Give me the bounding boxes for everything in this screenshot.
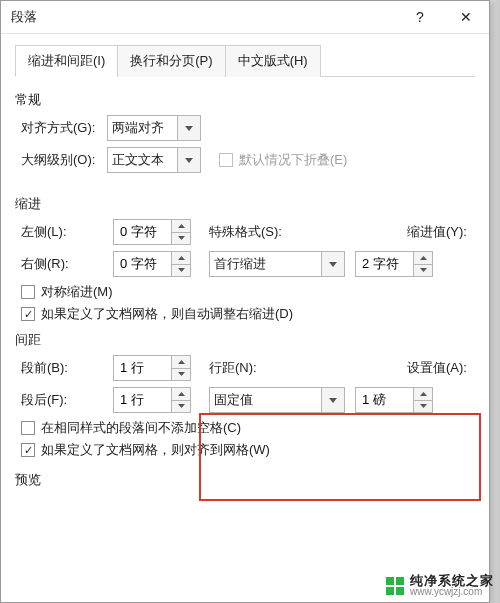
auto-adjust-grid-label: 如果定义了文档网格，则自动调整右缩进(D) [41, 305, 293, 323]
tab-label: 中文版式(H) [238, 53, 308, 68]
titlebar: 段落 ? ✕ [1, 1, 489, 34]
alignment-value: 两端对齐 [112, 119, 164, 137]
at-value[interactable] [360, 392, 412, 409]
space-after-spinner[interactable] [113, 387, 191, 413]
snap-to-grid-label: 如果定义了文档网格，则对齐到网格(W) [41, 441, 270, 459]
indent-right-spinner[interactable] [113, 251, 191, 277]
checkbox-checked-icon [21, 443, 35, 457]
spinner-up-icon[interactable] [172, 252, 190, 264]
help-button[interactable]: ? [397, 1, 443, 33]
close-button[interactable]: ✕ [443, 1, 489, 33]
chevron-down-icon [177, 148, 200, 172]
tab-asian-typography[interactable]: 中文版式(H) [225, 45, 321, 77]
section-general: 常规 [15, 91, 475, 109]
mirror-indent-label: 对称缩进(M) [41, 283, 113, 301]
tab-label: 换行和分页(P) [130, 53, 212, 68]
tab-label: 缩进和间距(I) [28, 53, 105, 68]
collapse-label: 默认情况下折叠(E) [239, 151, 347, 169]
paragraph-dialog: 段落 ? ✕ 缩进和间距(I) 换行和分页(P) 中文版式(H) 常规 对齐方式… [0, 0, 490, 603]
spinner-down-icon[interactable] [172, 368, 190, 381]
dialog-body: 缩进和间距(I) 换行和分页(P) 中文版式(H) 常规 对齐方式(G): 两端… [1, 34, 489, 489]
tab-strip: 缩进和间距(I) 换行和分页(P) 中文版式(H) [15, 44, 475, 77]
outline-level-label: 大纲级别(O): [15, 151, 107, 169]
special-format-label: 特殊格式(S): [209, 223, 305, 241]
space-before-spinner[interactable] [113, 355, 191, 381]
spinner-down-icon[interactable] [414, 400, 432, 413]
indent-right-label: 右侧(R): [15, 255, 113, 273]
outline-level-value: 正文文本 [112, 151, 164, 169]
dialog-title: 段落 [11, 8, 397, 26]
spinner-up-icon[interactable] [172, 388, 190, 400]
spinner-down-icon[interactable] [172, 232, 190, 245]
collapse-checkbox: 默认情况下折叠(E) [213, 151, 347, 169]
snap-to-grid-checkbox[interactable]: 如果定义了文档网格，则对齐到网格(W) [15, 441, 475, 459]
spinner-down-icon[interactable] [414, 264, 432, 277]
section-indent: 缩进 [15, 195, 475, 213]
at-label: 设置值(A): [407, 359, 475, 377]
space-before-label: 段前(B): [15, 359, 113, 377]
indent-right-value[interactable] [118, 256, 170, 273]
no-space-same-style-checkbox[interactable]: 在相同样式的段落间不添加空格(C) [15, 419, 475, 437]
chevron-down-icon [321, 252, 344, 276]
indent-by-value[interactable] [360, 256, 412, 273]
chevron-down-icon [321, 388, 344, 412]
section-spacing: 间距 [15, 331, 475, 349]
mirror-indent-checkbox[interactable]: 对称缩进(M) [15, 283, 475, 301]
special-format-select[interactable]: 首行缩进 [209, 251, 345, 277]
checkbox-box-icon [21, 285, 35, 299]
spinner-down-icon[interactable] [172, 264, 190, 277]
spinner-up-icon[interactable] [172, 220, 190, 232]
outline-level-select[interactable]: 正文文本 [107, 147, 201, 173]
spinner-up-icon[interactable] [414, 252, 432, 264]
line-spacing-select[interactable]: 固定值 [209, 387, 345, 413]
spinner-down-icon[interactable] [172, 400, 190, 413]
checkbox-checked-icon [21, 307, 35, 321]
space-before-value[interactable] [118, 360, 170, 377]
indent-left-label: 左侧(L): [15, 223, 113, 241]
tab-indent-spacing[interactable]: 缩进和间距(I) [15, 45, 118, 77]
line-spacing-value: 固定值 [214, 391, 253, 409]
indent-left-spinner[interactable] [113, 219, 191, 245]
space-after-label: 段后(F): [15, 391, 113, 409]
auto-adjust-grid-checkbox[interactable]: 如果定义了文档网格，则自动调整右缩进(D) [15, 305, 475, 323]
at-spinner[interactable] [355, 387, 433, 413]
space-after-value[interactable] [118, 392, 170, 409]
alignment-label: 对齐方式(G): [15, 119, 107, 137]
section-preview: 预览 [15, 471, 475, 489]
spinner-up-icon[interactable] [172, 356, 190, 368]
tab-line-page-breaks[interactable]: 换行和分页(P) [117, 45, 225, 77]
indent-by-label: 缩进值(Y): [407, 223, 475, 241]
no-space-same-style-label: 在相同样式的段落间不添加空格(C) [41, 419, 241, 437]
checkbox-box-icon [21, 421, 35, 435]
indent-left-value[interactable] [118, 224, 170, 241]
chevron-down-icon [177, 116, 200, 140]
indent-by-spinner[interactable] [355, 251, 433, 277]
checkbox-box-icon [219, 153, 233, 167]
special-format-value: 首行缩进 [214, 255, 266, 273]
line-spacing-label: 行距(N): [209, 359, 305, 377]
spinner-up-icon[interactable] [414, 388, 432, 400]
alignment-select[interactable]: 两端对齐 [107, 115, 201, 141]
